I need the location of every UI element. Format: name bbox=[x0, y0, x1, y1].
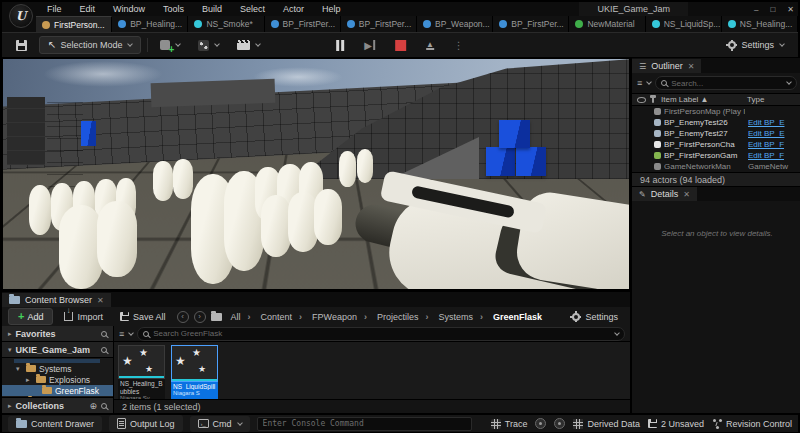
asset-tab[interactable]: BP_Weapon... bbox=[417, 16, 493, 32]
close-icon[interactable]: ✕ bbox=[683, 190, 690, 199]
close-icon[interactable]: ✕ bbox=[97, 296, 104, 305]
close-icon[interactable]: ✕ bbox=[688, 62, 695, 71]
expander-icon[interactable]: ▾ bbox=[16, 365, 23, 373]
breadcrumb-item[interactable]: FPWeapon bbox=[308, 312, 371, 322]
trace-option-icon-1[interactable] bbox=[535, 418, 546, 429]
edit-blueprint-link[interactable]: Edit BP_F bbox=[748, 140, 800, 149]
content-drawer-button[interactable]: Content Drawer bbox=[8, 416, 102, 432]
outliner-search-box[interactable] bbox=[655, 76, 797, 90]
edit-blueprint-link[interactable]: Edit BP_F bbox=[748, 151, 800, 160]
close-button[interactable]: ✕ bbox=[787, 5, 794, 14]
selection-mode-dropdown[interactable]: ↖ Selection Mode bbox=[39, 36, 141, 54]
outliner-tab[interactable]: ☰ Outliner ✕ bbox=[632, 59, 701, 73]
edit-blueprint-link[interactable]: Edit BP_E bbox=[748, 118, 800, 127]
unsaved-button[interactable]: 2 Unsaved bbox=[648, 419, 704, 429]
asset-tab[interactable]: BP_FirstPer... bbox=[493, 16, 569, 32]
outliner-row[interactable]: BP_FirstPersonGam Edit BP_F bbox=[632, 150, 800, 161]
back-button[interactable]: ‹ bbox=[177, 311, 189, 323]
pause-icon bbox=[336, 40, 344, 51]
path-root-header[interactable]: ▾ UKIE_Game_Jam bbox=[2, 342, 113, 358]
maximize-button[interactable]: □ bbox=[770, 5, 775, 14]
save-all-button[interactable]: Save All bbox=[114, 309, 172, 325]
outliner-search-input[interactable] bbox=[671, 79, 781, 88]
content-browser-panel: Content Browser ✕ +Add Import Save All ‹… bbox=[2, 290, 630, 413]
breadcrumb-item[interactable]: All bbox=[227, 312, 255, 322]
outliner-row[interactable]: BP_EnemyTest27 Edit BP_E bbox=[632, 128, 800, 139]
menu-item[interactable]: Select bbox=[231, 3, 274, 15]
search-icon[interactable] bbox=[101, 331, 107, 337]
content-browser-settings[interactable]: Settings bbox=[564, 308, 624, 325]
pin-icon[interactable] bbox=[652, 96, 654, 103]
menu-item[interactable]: Window bbox=[104, 3, 154, 15]
breadcrumb-item[interactable]: Projectiles bbox=[373, 312, 433, 322]
stop-button[interactable] bbox=[389, 37, 412, 54]
asset-tab[interactable]: NS_Smoke* bbox=[188, 16, 264, 32]
edit-blueprint-link[interactable]: GameNetw bbox=[748, 162, 800, 171]
trace-button[interactable]: Trace bbox=[491, 419, 528, 429]
menu-item[interactable]: Actor bbox=[274, 3, 313, 15]
add-collection-icon[interactable]: ⊕ bbox=[89, 401, 97, 411]
viewport[interactable] bbox=[2, 58, 630, 290]
cinematics-dropdown[interactable] bbox=[231, 37, 266, 53]
breadcrumb-item[interactable]: GreenFlask bbox=[489, 312, 546, 322]
asset-tab[interactable]: BP_FirstPer... bbox=[265, 16, 341, 32]
outliner-row[interactable]: BP_EnemyTest26 Edit BP_E bbox=[632, 117, 800, 128]
import-button[interactable]: Import bbox=[58, 309, 109, 325]
outliner-row[interactable]: FirstPersonMap (Play In Editor) bbox=[632, 106, 800, 117]
trace-option-icon-2[interactable] bbox=[554, 418, 565, 429]
tree-item[interactable]: ▾ Systems bbox=[2, 363, 113, 374]
cmd-dropdown[interactable]: ›_ Cmd bbox=[190, 416, 250, 432]
details-tab[interactable]: ✎ Details ✕ bbox=[632, 187, 697, 201]
console-command-input[interactable] bbox=[263, 419, 466, 428]
derived-data-button[interactable]: Derived Data bbox=[573, 419, 640, 429]
collections-header[interactable]: ▸ Collections ⊕ bbox=[2, 397, 113, 413]
output-log-button[interactable]: Output Log bbox=[109, 415, 183, 432]
breadcrumb-item[interactable]: Content bbox=[257, 312, 307, 322]
revision-control-button[interactable]: Revision Control bbox=[712, 418, 792, 429]
blueprints-dropdown[interactable] bbox=[192, 37, 225, 54]
menu-item[interactable]: Tools bbox=[154, 3, 193, 15]
star-icon: ★ bbox=[139, 347, 148, 358]
asset-tab[interactable]: NewMaterial bbox=[569, 16, 645, 32]
menu-item[interactable]: Help bbox=[313, 3, 350, 15]
filter-icon[interactable]: ≡ bbox=[119, 329, 123, 339]
edit-blueprint-link[interactable]: Edit BP_E bbox=[748, 129, 800, 138]
menu-item[interactable]: File bbox=[38, 3, 71, 15]
frame-skip-button[interactable]: ▶ bbox=[358, 37, 381, 54]
pause-button[interactable] bbox=[330, 37, 350, 54]
menu-item[interactable]: Build bbox=[193, 3, 231, 15]
search-icon[interactable] bbox=[101, 403, 107, 409]
asset-tab[interactable]: BP_FirstPer... bbox=[341, 16, 417, 32]
breadcrumb-item[interactable]: Systems bbox=[434, 312, 487, 322]
column-type[interactable]: Type bbox=[747, 95, 797, 104]
save-button[interactable] bbox=[10, 37, 33, 54]
search-icon[interactable] bbox=[101, 347, 107, 353]
console-command-box[interactable] bbox=[257, 417, 472, 431]
tree-item[interactable]: ▸ Explosions bbox=[2, 374, 113, 385]
add-actor-dropdown[interactable] bbox=[154, 37, 186, 53]
favorites-header[interactable]: ▸ Favorites bbox=[2, 326, 113, 342]
asset-tab[interactable]: FirstPerson... bbox=[36, 16, 112, 32]
asset-tab[interactable]: BP_Healing... bbox=[112, 16, 188, 32]
eye-icon[interactable] bbox=[637, 97, 646, 103]
play-options-button[interactable]: ⋮ bbox=[448, 37, 470, 54]
viewport-settings-dropdown[interactable]: Settings bbox=[720, 37, 790, 54]
eject-button[interactable]: ▲ bbox=[420, 38, 440, 53]
column-item-label[interactable]: Item Label ▲ bbox=[661, 95, 743, 104]
forward-button[interactable]: › bbox=[194, 311, 206, 323]
asset-tab[interactable]: NS_LiquidSp... bbox=[646, 16, 722, 32]
asset-tab[interactable]: NS_Healing... bbox=[722, 16, 798, 32]
tree-item[interactable]: GreenFlask bbox=[2, 385, 113, 396]
menu-item[interactable]: Edit bbox=[71, 3, 105, 15]
outliner-row[interactable]: BP_FirstPersonCha Edit BP_F bbox=[632, 139, 800, 150]
asset-tile[interactable]: ★ ★ ★ NS_LiquidSpill Niagara S bbox=[171, 345, 218, 399]
asset-tile[interactable]: ★ ★ ★ NS_Healing_Bubbles Niagara Sy bbox=[118, 345, 165, 399]
asset-search-input[interactable] bbox=[153, 329, 609, 338]
filter-icon[interactable]: ≡ bbox=[637, 78, 641, 88]
asset-search-box[interactable] bbox=[137, 327, 625, 341]
outliner-row[interactable]: GameNetworkMan GameNetw bbox=[632, 161, 800, 172]
content-browser-tab[interactable]: Content Browser ✕ bbox=[2, 293, 111, 307]
minimize-button[interactable]: – bbox=[754, 5, 758, 14]
expander-icon[interactable]: ▸ bbox=[26, 376, 33, 384]
add-button[interactable]: +Add bbox=[8, 308, 53, 325]
